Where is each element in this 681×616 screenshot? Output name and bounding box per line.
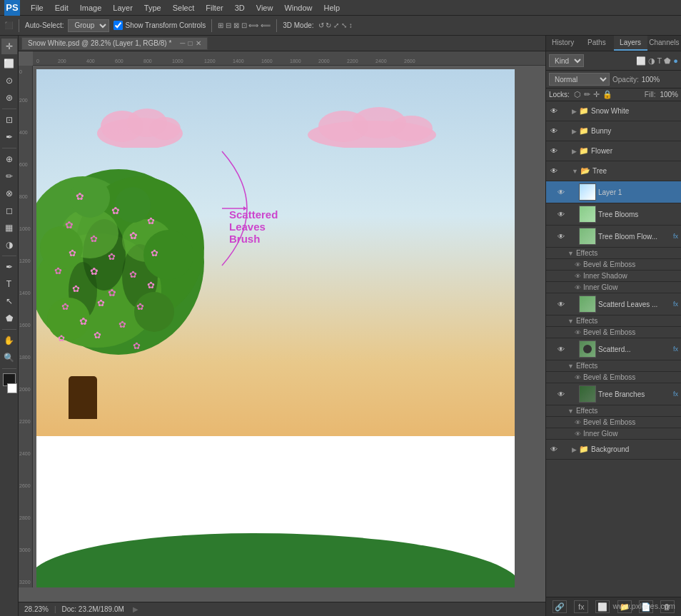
layer-scattered-leaves[interactable]: 👁 Scatterd Leaves ... fx (546, 293, 681, 315)
eye-tree-blooms[interactable]: 👁 (556, 209, 566, 219)
show-transform-checkbox[interactable] (113, 21, 123, 30)
layer-layer1[interactable]: 👁 Layer 1 (546, 181, 681, 203)
effect-bevel-1[interactable]: 👁 Bevel & Emboss (546, 259, 681, 271)
hand-tool[interactable]: ✋ (1, 333, 17, 348)
collapse-effects-3[interactable]: ▼ (568, 363, 574, 370)
eye-tree[interactable]: 👁 (549, 166, 559, 176)
eye-bevel-1[interactable]: 👁 (575, 261, 581, 268)
menu-window[interactable]: Window (282, 3, 314, 13)
menu-select[interactable]: Select (171, 3, 197, 13)
minimize-btn[interactable]: ─ (180, 39, 185, 47)
menu-help[interactable]: Help (322, 3, 343, 13)
eye-layer1[interactable]: 👁 (556, 187, 566, 197)
expand-flower[interactable]: ▶ (572, 148, 577, 155)
effect-bevel-3[interactable]: 👁 Bevel & Emboss (546, 372, 681, 383)
move-tool[interactable]: ✛ (1, 39, 17, 54)
expand-bunny[interactable]: ▶ (572, 128, 577, 135)
eye-tree-branches[interactable]: 👁 (556, 389, 566, 399)
expand-background[interactable]: ▶ (572, 446, 577, 453)
effect-bevel-4[interactable]: 👁 Bevel & Emboss (546, 417, 681, 428)
layer-kind-select[interactable]: Kind (549, 54, 584, 67)
crop-tool[interactable]: ⊡ (1, 112, 17, 128)
lock-transparent-icon[interactable]: ⬡ (574, 90, 581, 99)
collapse-effects-2[interactable]: ▼ (568, 318, 574, 325)
blend-mode-select[interactable]: Normal (549, 73, 610, 86)
auto-select-dropdown[interactable]: Group (68, 19, 109, 32)
eye-inner-glow-1[interactable]: 👁 (575, 284, 581, 291)
gradient-tool[interactable]: ▦ (1, 220, 17, 236)
pen-tool[interactable]: ✒ (1, 259, 17, 275)
layers-filter-shape[interactable]: ⬟ (664, 56, 671, 66)
menu-edit[interactable]: Edit (53, 3, 71, 13)
lock-position-icon[interactable]: ✛ (593, 90, 600, 99)
layers-filter-type[interactable]: T (657, 56, 662, 66)
menu-view[interactable]: View (254, 3, 276, 13)
layers-filter-adjust[interactable]: ◑ (648, 56, 655, 66)
menu-layer[interactable]: Layer (111, 3, 135, 13)
layer-tree-branches[interactable]: 👁 Tree Branches fx (546, 383, 681, 405)
effect-inner-glow-2[interactable]: 👁 Inner Glow (546, 428, 681, 440)
layer-tree-bloom-flow[interactable]: 👁 Tree Bloom Flow... fx (546, 226, 681, 248)
layers-filter-toggle[interactable]: ● (673, 56, 678, 66)
magic-wand-tool[interactable]: ⊛ (1, 90, 17, 106)
layer-tree-blooms[interactable]: 👁 Tree Blooms (546, 203, 681, 226)
eye-bevel-3[interactable]: 👁 (575, 374, 581, 381)
path-select-tool[interactable]: ↖ (1, 293, 17, 309)
menu-type[interactable]: Type (142, 3, 163, 13)
brush-tool[interactable]: ✏ (1, 168, 17, 184)
layer-background[interactable]: 👁 ▶ 📁 Background (546, 440, 681, 460)
link-layers-btn[interactable]: 🔗 (553, 600, 567, 613)
clone-tool[interactable]: ⊗ (1, 186, 17, 201)
add-mask-btn[interactable]: ⬜ (595, 600, 610, 613)
eye-inner-glow-2[interactable]: 👁 (575, 430, 581, 438)
canvas-tab[interactable]: Snow White.psd @ 28.2% (Layer 1, RGB/8) … (21, 37, 208, 50)
layer-scattered-2[interactable]: 👁 Scatterd... fx (546, 338, 681, 360)
effect-inner-shadow[interactable]: 👁 Inner Shadow (546, 271, 681, 282)
type-tool[interactable]: T (1, 276, 17, 292)
eye-background[interactable]: 👁 (549, 445, 559, 455)
lasso-tool[interactable]: ⊙ (1, 73, 17, 89)
lock-image-icon[interactable]: ✏ (584, 90, 590, 99)
tab-history[interactable]: History (546, 36, 580, 51)
menu-image[interactable]: Image (78, 3, 104, 13)
lock-all-icon[interactable]: 🔒 (602, 90, 612, 99)
eye-snow-white[interactable]: 👁 (549, 106, 559, 116)
layer-snow-white[interactable]: 👁 ▶ 📁 Snow White (546, 101, 681, 121)
canvas-document[interactable]: ✿ ✿ ✿ ✿ ✿ ✿ ✿ ✿ ✿ ✿ ✿ ✿ (33, 66, 545, 587)
spot-heal-tool[interactable]: ⊕ (1, 151, 17, 167)
tab-paths[interactable]: Paths (580, 36, 613, 51)
maximize-btn[interactable]: □ (188, 39, 192, 47)
collapse-effects-1[interactable]: ▼ (568, 250, 574, 257)
eye-scattered-2[interactable]: 👁 (556, 344, 566, 354)
eye-inner-shadow[interactable]: 👁 (575, 273, 581, 280)
background-color[interactable] (7, 383, 17, 393)
add-style-btn[interactable]: fx (574, 600, 588, 613)
expand-snow-white[interactable]: ▶ (572, 108, 577, 115)
eraser-tool[interactable]: ◻ (1, 203, 17, 218)
effect-inner-glow-1[interactable]: 👁 Inner Glow (546, 282, 681, 293)
expand-tree[interactable]: ▼ (572, 168, 578, 175)
tab-channels[interactable]: Channels (647, 36, 681, 51)
menu-3d[interactable]: 3D (233, 3, 247, 13)
layer-bunny[interactable]: 👁 ▶ 📁 Bunny (546, 121, 681, 141)
eye-scattered-leaves[interactable]: 👁 (556, 299, 566, 309)
eye-bevel-4[interactable]: 👁 (575, 419, 581, 426)
zoom-tool[interactable]: 🔍 (1, 350, 17, 365)
menu-file[interactable]: File (29, 3, 46, 13)
tab-layers[interactable]: Layers (614, 36, 647, 51)
collapse-effects-4[interactable]: ▼ (568, 408, 574, 415)
dodge-tool[interactable]: ◑ (1, 237, 17, 253)
eye-flower[interactable]: 👁 (549, 146, 559, 156)
shape-tool[interactable]: ⬟ (1, 310, 17, 326)
eye-tree-bloom-flow[interactable]: 👁 (556, 231, 566, 241)
layers-filter-pixel[interactable]: ⬜ (636, 56, 646, 66)
eye-bevel-2[interactable]: 👁 (575, 329, 581, 336)
layer-flower[interactable]: 👁 ▶ 📁 Flower (546, 141, 681, 161)
effect-bevel-2[interactable]: 👁 Bevel & Emboss (546, 327, 681, 338)
menu-filter[interactable]: Filter (203, 3, 225, 13)
eye-bunny[interactable]: 👁 (549, 126, 559, 136)
close-tab-btn[interactable]: ✕ (196, 39, 201, 47)
eyedropper-tool[interactable]: ✒ (1, 129, 17, 145)
marquee-tool[interactable]: ⬜ (1, 56, 17, 71)
layer-tree[interactable]: 👁 ▼ 📂 Tree (546, 161, 681, 181)
